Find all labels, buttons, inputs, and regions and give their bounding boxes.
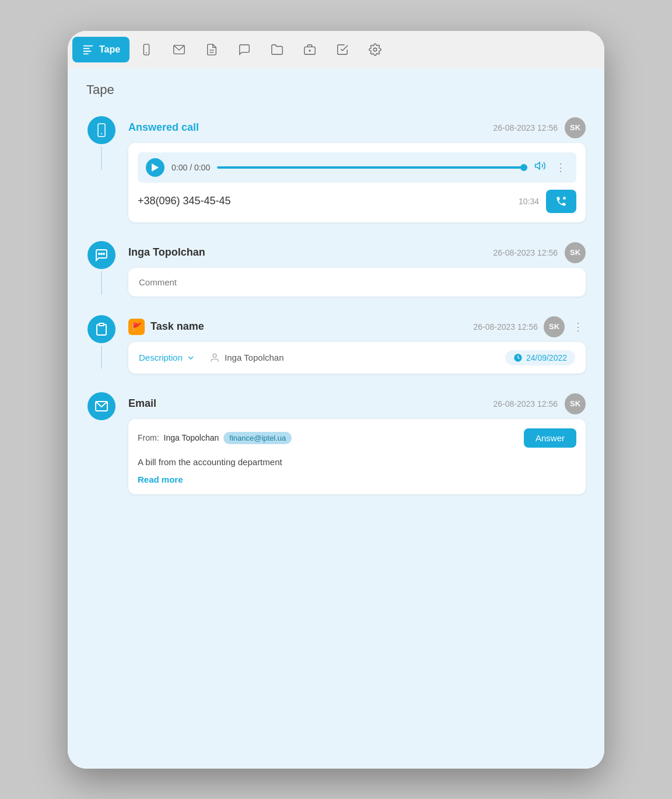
nav-tasks[interactable] bbox=[327, 37, 358, 62]
call-header: Answered call 26-08-2023 12:56 SK bbox=[128, 117, 586, 138]
top-nav: Tape bbox=[68, 31, 604, 68]
play-button[interactable] bbox=[146, 158, 164, 177]
phone-number: +38(096) 345-45-45 bbox=[138, 195, 512, 207]
email-date: 26-08-2023 12:56 bbox=[493, 399, 558, 409]
email-icon bbox=[173, 43, 186, 56]
answer-button[interactable]: Answer bbox=[524, 428, 576, 448]
svg-point-19 bbox=[103, 253, 104, 254]
email-card: From: Inga Topolchan finance@iptel.ua An… bbox=[128, 419, 586, 495]
user-icon bbox=[209, 353, 220, 363]
email-timeline-icon bbox=[88, 392, 116, 420]
comment-input[interactable] bbox=[128, 268, 586, 296]
nav-docs[interactable] bbox=[196, 37, 228, 62]
docs-icon bbox=[205, 43, 218, 56]
audio-time-display: 0:00 / 0:00 bbox=[172, 163, 210, 172]
email-subject: A bill from the accounting department bbox=[138, 456, 576, 469]
audio-progress-bar[interactable] bbox=[217, 166, 527, 169]
svg-rect-20 bbox=[99, 323, 104, 326]
call-body: Answered call 26-08-2023 12:56 SK bbox=[128, 111, 586, 236]
chat-icon bbox=[238, 43, 251, 56]
call-card: 0:00 / 0:00 ⋮ bbox=[128, 143, 586, 222]
call-duration: 10:34 bbox=[519, 197, 539, 206]
audio-player: 0:00 / 0:00 ⋮ bbox=[138, 152, 576, 183]
svg-point-5 bbox=[146, 52, 147, 53]
task-event: 🚩 Task name 26-08-2023 12:56 SK ⋮ Descri… bbox=[86, 310, 586, 388]
task-date: 26-08-2023 12:56 bbox=[473, 322, 538, 332]
svg-point-12 bbox=[373, 48, 377, 51]
task-card: Description Inga Topolchan bbox=[128, 342, 586, 374]
calendar-icon bbox=[513, 353, 523, 362]
due-date-value: 24/09/2022 bbox=[526, 353, 567, 362]
email-header: Email 26-08-2023 12:56 SK bbox=[128, 393, 586, 414]
chevron-down-icon bbox=[186, 353, 195, 362]
email-event: Email 26-08-2023 12:56 SK From: Inga Top… bbox=[86, 388, 586, 509]
page-title: Tape bbox=[86, 82, 586, 97]
svg-marker-15 bbox=[152, 163, 159, 172]
email-avatar: SK bbox=[565, 393, 586, 414]
tape-icon bbox=[82, 43, 94, 56]
email-address-badge: finance@iptel.ua bbox=[223, 432, 292, 444]
task-timeline-line bbox=[101, 346, 102, 369]
call-icon-col bbox=[86, 111, 117, 170]
volume-icon bbox=[534, 160, 546, 172]
svg-rect-3 bbox=[83, 53, 89, 54]
email-from-row: From: Inga Topolchan finance@iptel.ua An… bbox=[138, 428, 576, 448]
comment-timeline-line bbox=[101, 271, 102, 295]
envelope-icon bbox=[94, 399, 108, 413]
email-title: Email bbox=[128, 397, 486, 410]
clipboard-icon bbox=[94, 322, 108, 336]
nav-tape[interactable]: Tape bbox=[72, 37, 130, 62]
description-button[interactable]: Description bbox=[139, 353, 195, 362]
timeline: Answered call 26-08-2023 12:56 SK bbox=[86, 111, 586, 509]
nav-settings[interactable] bbox=[359, 37, 391, 62]
assignee-name: Inga Topolchan bbox=[225, 353, 284, 362]
comment-header: Inga Topolchan 26-08-2023 12:56 SK bbox=[128, 242, 586, 263]
comment-avatar: SK bbox=[565, 242, 586, 263]
task-more-button[interactable]: ⋮ bbox=[570, 318, 586, 336]
task-avatar: SK bbox=[544, 316, 565, 337]
svg-rect-0 bbox=[83, 45, 93, 46]
nav-mobile[interactable] bbox=[131, 37, 162, 62]
comment-bubble-icon bbox=[94, 248, 108, 262]
assignee-row: Inga Topolchan bbox=[209, 353, 284, 363]
cases-icon bbox=[303, 43, 316, 56]
nav-cases[interactable] bbox=[294, 37, 326, 62]
main-content: Tape Answered call bbox=[68, 68, 604, 769]
call-back-button[interactable] bbox=[546, 190, 576, 213]
mobile-icon bbox=[140, 43, 153, 56]
nav-chat[interactable] bbox=[229, 37, 260, 62]
task-timeline-icon bbox=[88, 315, 116, 343]
email-body: Email 26-08-2023 12:56 SK From: Inga Top… bbox=[128, 388, 586, 509]
comment-event: Inga Topolchan 26-08-2023 12:56 SK bbox=[86, 236, 586, 310]
audio-more-button[interactable]: ⋮ bbox=[553, 159, 568, 176]
phone-screen-icon bbox=[94, 123, 108, 137]
read-more-link[interactable]: Read more bbox=[138, 474, 183, 484]
comment-timeline-icon bbox=[88, 241, 116, 269]
volume-button[interactable] bbox=[534, 160, 546, 175]
comment-body: Inga Topolchan 26-08-2023 12:56 SK bbox=[128, 236, 586, 310]
call-icon bbox=[555, 196, 567, 207]
from-name: Inga Topolchan bbox=[164, 433, 219, 442]
call-avatar: SK bbox=[565, 117, 586, 138]
comment-title: Inga Topolchan bbox=[128, 246, 486, 259]
call-event: Answered call 26-08-2023 12:56 SK bbox=[86, 111, 586, 236]
call-info-row: +38(096) 345-45-45 10:34 bbox=[138, 190, 576, 213]
task-body: 🚩 Task name 26-08-2023 12:56 SK ⋮ Descri… bbox=[128, 310, 586, 388]
device-wrapper: Tape bbox=[68, 31, 604, 769]
nav-email[interactable] bbox=[163, 37, 195, 62]
call-timeline-line bbox=[101, 146, 102, 170]
due-date-badge: 24/09/2022 bbox=[505, 350, 575, 365]
call-date: 26-08-2023 12:56 bbox=[493, 123, 558, 132]
svg-point-14 bbox=[101, 133, 102, 134]
tasks-icon bbox=[336, 43, 349, 56]
from-label: From: bbox=[138, 433, 159, 442]
task-icon-col bbox=[86, 310, 117, 369]
nav-files[interactable] bbox=[261, 37, 293, 62]
call-timeline-icon bbox=[88, 116, 116, 144]
call-title: Answered call bbox=[128, 121, 486, 134]
svg-rect-2 bbox=[83, 50, 92, 51]
files-icon bbox=[271, 43, 284, 56]
task-name: Task name bbox=[150, 320, 467, 333]
description-label: Description bbox=[139, 353, 183, 362]
play-icon bbox=[152, 163, 159, 172]
